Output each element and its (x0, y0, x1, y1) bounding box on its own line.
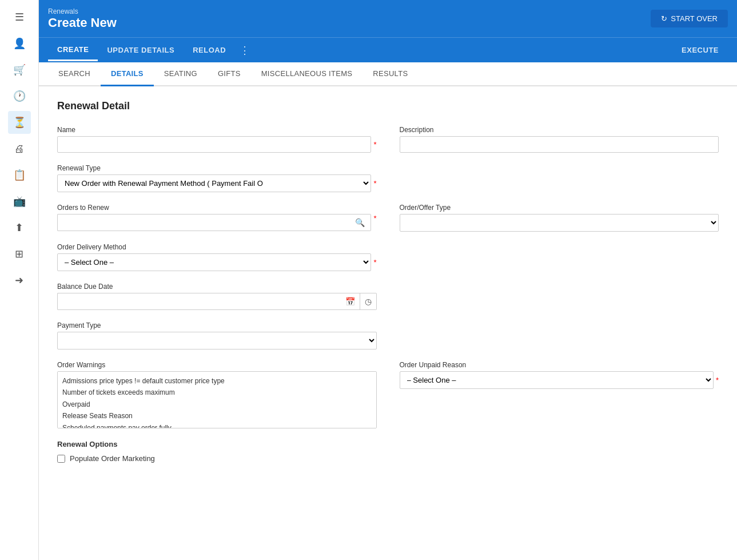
cart-icon[interactable]: 🛒 (8, 58, 31, 81)
renewal-type-right-col (400, 164, 719, 192)
main-content: Renewals Create New ↻ START OVER CREATE … (39, 0, 737, 560)
delivery-required-star: * (373, 258, 376, 267)
upload-icon[interactable]: ⬆ (8, 216, 31, 239)
name-description-row: Name * Description (57, 126, 719, 153)
calendar-button[interactable]: 📅 (341, 293, 360, 310)
grid-icon[interactable]: ⊞ (8, 243, 31, 265)
unpaid-reason-label: Order Unpaid Reason (400, 361, 719, 369)
tabs-bar: SEARCH DETAILS SEATING GIFTS MISCELLANEO… (39, 62, 737, 86)
tab-seating[interactable]: SEATING (154, 62, 208, 86)
balance-due-col: Balance Due Date 📅 ◷ (57, 283, 377, 310)
orders-to-renew-input[interactable] (57, 214, 349, 231)
topbar-left: Renewals Create New (48, 7, 117, 30)
populate-order-marketing-label: Populate Order Marketing (70, 454, 155, 463)
orders-required-star: * (373, 214, 376, 231)
renewal-type-select[interactable]: New Order with Renewal Payment Method ( … (57, 174, 371, 192)
renewal-type-row: Renewal Type New Order with Renewal Paym… (57, 164, 719, 192)
warning-item-4: Release Seats Reason (62, 410, 372, 422)
warnings-col: Order Warnings Admissions price types !=… (57, 361, 377, 428)
balance-due-wrapper: 📅 ◷ (57, 293, 377, 310)
delivery-select[interactable]: – Select One – (57, 253, 371, 271)
create-button[interactable]: CREATE (48, 39, 98, 61)
warning-item-1: Admissions price types != default custom… (62, 375, 372, 387)
renewal-type-col: Renewal Type New Order with Renewal Paym… (57, 164, 377, 192)
clock-icon[interactable]: 🕐 (8, 85, 31, 108)
payment-type-col: Payment Type (57, 321, 377, 349)
history-icon[interactable]: ⏳ (8, 111, 31, 134)
renewal-options-right-col (400, 440, 719, 463)
media-icon[interactable]: 📺 (8, 190, 31, 213)
description-label: Description (400, 126, 719, 134)
menu-icon[interactable]: ☰ (8, 6, 31, 29)
sidebar: ☰ 👤 🛒 🕐 ⏳ 🖨 📋 📺 ⬆ ⊞ ➜ (0, 0, 39, 560)
person-icon[interactable]: 👤 (8, 32, 31, 55)
renewal-options-row: Renewal Options Populate Order Marketing (57, 440, 719, 463)
tab-details[interactable]: DETAILS (101, 62, 154, 86)
unpaid-reason-wrapper: – Select One – * (400, 371, 719, 389)
payment-type-label: Payment Type (57, 321, 377, 329)
warning-item-2: Number of tickets exceeds maximum (62, 387, 372, 398)
order-offer-type-col: Order/Offer Type (400, 204, 719, 232)
more-options-button[interactable]: ⋮ (235, 39, 254, 61)
name-label: Name (57, 126, 377, 134)
orders-search-button[interactable]: 🔍 (349, 214, 371, 231)
renewal-options-title: Renewal Options (57, 440, 377, 448)
order-warnings-list: Admissions price types != default custom… (57, 371, 377, 428)
balance-due-right-col (400, 283, 719, 310)
delivery-row: Order Delivery Method – Select One – * (57, 243, 719, 271)
balance-due-label: Balance Due Date (57, 283, 377, 291)
delivery-label: Order Delivery Method (57, 243, 377, 251)
populate-marketing-row: Populate Order Marketing (57, 454, 377, 463)
start-over-label: START OVER (671, 14, 718, 23)
print-icon[interactable]: 🖨 (8, 137, 31, 160)
description-input[interactable] (400, 136, 719, 153)
warnings-unpaid-row: Order Warnings Admissions price types !=… (57, 361, 719, 428)
renewal-type-wrapper: New Order with Renewal Payment Method ( … (57, 174, 377, 192)
report-icon[interactable]: 📋 (8, 164, 31, 186)
start-over-button[interactable]: ↻ START OVER (651, 10, 728, 27)
unpaid-reason-col: Order Unpaid Reason – Select One – * (400, 361, 719, 428)
order-offer-type-label: Order/Offer Type (400, 204, 719, 212)
tab-results[interactable]: RESULTS (362, 62, 418, 86)
delivery-wrapper: – Select One – * (57, 253, 377, 271)
name-required-star: * (373, 140, 376, 149)
orders-to-renew-col: Orders to Renew 🔍 * (57, 204, 377, 232)
execute-button[interactable]: EXECUTE (672, 40, 728, 60)
section-title: Renewal Detail (57, 100, 719, 112)
warning-item-5: Scheduled payments pay order fully (62, 422, 372, 428)
populate-order-marketing-checkbox[interactable] (57, 455, 65, 463)
clock-button[interactable]: ◷ (360, 293, 377, 310)
payment-type-row: Payment Type (57, 321, 719, 349)
delivery-col: Order Delivery Method – Select One – * (57, 243, 377, 271)
orders-to-renew-wrapper: 🔍 * (57, 214, 377, 231)
name-input[interactable] (57, 136, 371, 153)
content-area: Renewal Detail Name * Description Renewa… (39, 86, 737, 560)
reload-button[interactable]: RELOAD (184, 40, 235, 60)
description-field-col: Description (400, 126, 719, 153)
actionbar: CREATE UPDATE DETAILS RELOAD ⋮ EXECUTE (39, 37, 737, 62)
unpaid-reason-select[interactable]: – Select One – (400, 371, 714, 389)
payment-type-right-col (400, 321, 719, 349)
tab-search[interactable]: SEARCH (48, 62, 101, 86)
exit-icon[interactable]: ➜ (8, 269, 31, 292)
refresh-icon: ↻ (661, 14, 667, 23)
topbar: Renewals Create New ↻ START OVER (39, 0, 737, 37)
balance-due-input[interactable] (57, 293, 341, 310)
warnings-label: Order Warnings (57, 361, 377, 369)
update-details-button[interactable]: UPDATE DETAILS (98, 40, 184, 60)
delivery-right-col (400, 243, 719, 271)
warning-item-3: Overpaid (62, 399, 372, 410)
tab-miscellaneous[interactable]: MISCELLANEOUS ITEMS (251, 62, 363, 86)
payment-type-select[interactable] (57, 332, 377, 349)
order-offer-type-select[interactable] (400, 214, 719, 232)
name-field-col: Name * (57, 126, 377, 153)
breadcrumb: Renewals (48, 7, 117, 15)
balance-due-row: Balance Due Date 📅 ◷ (57, 283, 719, 310)
renewal-options-col: Renewal Options Populate Order Marketing (57, 440, 377, 463)
tab-gifts[interactable]: GIFTS (208, 62, 251, 86)
unpaid-required-star: * (716, 376, 719, 384)
renewal-type-required-star: * (373, 179, 376, 188)
page-title: Create New (48, 15, 117, 30)
orders-to-renew-label: Orders to Renew (57, 204, 377, 212)
renewal-type-label: Renewal Type (57, 164, 377, 172)
